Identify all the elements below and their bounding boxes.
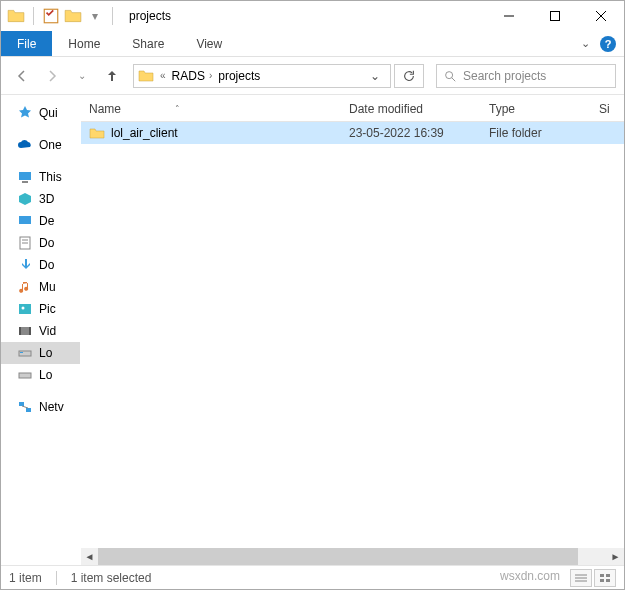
picture-icon bbox=[17, 301, 33, 317]
file-date: 23-05-2022 16:39 bbox=[341, 126, 481, 140]
ribbon-chevron-icon[interactable]: ⌄ bbox=[581, 37, 590, 50]
tree-videos[interactable]: Vid bbox=[1, 320, 80, 342]
tree-music[interactable]: Mu bbox=[1, 276, 80, 298]
cube-icon bbox=[17, 191, 33, 207]
svg-rect-16 bbox=[19, 327, 21, 335]
col-type[interactable]: Type bbox=[481, 102, 591, 116]
cloud-icon bbox=[17, 137, 33, 153]
folder-icon-small bbox=[64, 7, 82, 25]
desktop-icon bbox=[17, 213, 33, 229]
recent-dropdown[interactable]: ⌄ bbox=[69, 63, 95, 89]
svg-point-14 bbox=[22, 307, 25, 310]
view-details-button[interactable] bbox=[570, 569, 592, 587]
file-type: File folder bbox=[481, 126, 591, 140]
svg-rect-19 bbox=[20, 352, 23, 353]
svg-rect-13 bbox=[19, 304, 31, 314]
svg-line-6 bbox=[452, 77, 456, 81]
video-icon bbox=[17, 323, 33, 339]
tree-3d[interactable]: 3D bbox=[1, 188, 80, 210]
close-button[interactable] bbox=[578, 1, 624, 31]
file-list-pane: Name ˄ Date modified Type Si lol_air_cli… bbox=[81, 96, 624, 565]
forward-button[interactable] bbox=[39, 63, 65, 89]
drive-icon bbox=[17, 345, 33, 361]
tree-downloads[interactable]: Do bbox=[1, 254, 80, 276]
address-folder-icon bbox=[138, 68, 154, 84]
star-icon bbox=[17, 105, 33, 121]
nav-row: ⌄ « RADS› projects ⌄ Search projects bbox=[1, 57, 624, 95]
scroll-right-icon[interactable]: ► bbox=[607, 548, 624, 565]
file-name: lol_air_client bbox=[111, 126, 178, 140]
search-icon bbox=[443, 69, 457, 83]
up-button[interactable] bbox=[99, 63, 125, 89]
address-bar[interactable]: « RADS› projects ⌄ bbox=[133, 64, 391, 88]
folder-icon bbox=[89, 125, 105, 141]
drive-icon bbox=[17, 367, 33, 383]
tab-home[interactable]: Home bbox=[52, 31, 116, 56]
svg-rect-28 bbox=[606, 574, 610, 577]
view-large-button[interactable] bbox=[594, 569, 616, 587]
svg-rect-8 bbox=[22, 181, 28, 183]
tree-documents[interactable]: Do bbox=[1, 232, 80, 254]
qat-separator bbox=[33, 7, 34, 25]
svg-rect-2 bbox=[551, 12, 560, 21]
tree-pictures[interactable]: Pic bbox=[1, 298, 80, 320]
tree-local-disk[interactable]: Lo bbox=[1, 342, 80, 364]
watermark: wsxdn.com bbox=[500, 569, 560, 587]
tree-desktop[interactable]: De bbox=[1, 210, 80, 232]
svg-line-23 bbox=[22, 406, 28, 408]
col-name[interactable]: Name ˄ bbox=[81, 102, 341, 116]
scroll-thumb[interactable] bbox=[98, 548, 578, 565]
tab-view[interactable]: View bbox=[180, 31, 238, 56]
folder-icon bbox=[7, 7, 25, 25]
back-button[interactable] bbox=[9, 63, 35, 89]
sort-asc-icon: ˄ bbox=[175, 104, 180, 114]
minimize-button[interactable] bbox=[486, 1, 532, 31]
col-size[interactable]: Si bbox=[591, 102, 624, 116]
svg-rect-29 bbox=[600, 579, 604, 582]
search-input[interactable]: Search projects bbox=[436, 64, 616, 88]
search-placeholder: Search projects bbox=[463, 69, 546, 83]
svg-rect-30 bbox=[606, 579, 610, 582]
status-separator bbox=[56, 571, 57, 585]
title-separator bbox=[112, 7, 113, 25]
status-count: 1 item bbox=[9, 571, 42, 585]
table-row[interactable]: lol_air_client 23-05-2022 16:39 File fol… bbox=[81, 122, 624, 144]
svg-rect-18 bbox=[19, 351, 31, 356]
svg-rect-21 bbox=[19, 402, 24, 406]
download-icon bbox=[17, 257, 33, 273]
status-selection: 1 item selected bbox=[71, 571, 152, 585]
tab-file[interactable]: File bbox=[1, 31, 52, 56]
svg-rect-27 bbox=[600, 574, 604, 577]
properties-icon[interactable] bbox=[42, 7, 60, 25]
crumb-projects[interactable]: projects bbox=[218, 69, 260, 83]
pc-icon bbox=[17, 169, 33, 185]
column-headers: Name ˄ Date modified Type Si bbox=[81, 96, 624, 122]
ribbon: File Home Share View ⌄ ? bbox=[1, 31, 624, 57]
titlebar: ▾ projects bbox=[1, 1, 624, 31]
tree-onedrive[interactable]: One bbox=[1, 134, 80, 156]
scroll-left-icon[interactable]: ◄ bbox=[81, 548, 98, 565]
col-date[interactable]: Date modified bbox=[341, 102, 481, 116]
horizontal-scrollbar[interactable]: ◄ ► bbox=[81, 548, 624, 565]
crumb-rads[interactable]: RADS› bbox=[172, 69, 215, 83]
tree-network[interactable]: Netv bbox=[1, 396, 80, 418]
document-icon bbox=[17, 235, 33, 251]
address-dropdown-icon[interactable]: ⌄ bbox=[364, 69, 386, 83]
nav-tree: Qui One This 3D De Do Do Mu bbox=[1, 96, 81, 565]
refresh-button[interactable] bbox=[394, 64, 424, 88]
tab-share[interactable]: Share bbox=[116, 31, 180, 56]
svg-rect-0 bbox=[44, 9, 58, 23]
network-icon bbox=[17, 399, 33, 415]
svg-point-5 bbox=[446, 71, 453, 78]
help-icon[interactable]: ? bbox=[600, 36, 616, 52]
maximize-button[interactable] bbox=[532, 1, 578, 31]
qat-dropdown-icon[interactable]: ▾ bbox=[86, 7, 104, 25]
window-title: projects bbox=[129, 9, 171, 23]
svg-rect-9 bbox=[19, 216, 31, 224]
svg-rect-7 bbox=[19, 172, 31, 180]
tree-local-disk-2[interactable]: Lo bbox=[1, 364, 80, 386]
tree-quick-access[interactable]: Qui bbox=[1, 102, 80, 124]
crumb-prefix-chevron[interactable]: « bbox=[158, 70, 168, 81]
tree-this-pc[interactable]: This bbox=[1, 166, 80, 188]
music-icon bbox=[17, 279, 33, 295]
